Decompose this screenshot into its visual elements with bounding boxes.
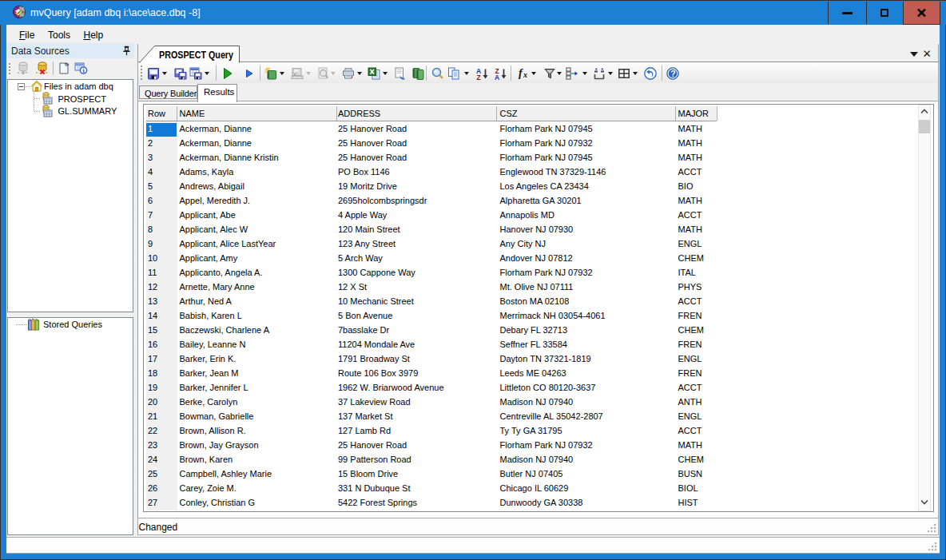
svg-text:?: ?	[670, 69, 675, 78]
svg-text:x: x	[523, 70, 527, 79]
svg-text:A: A	[495, 73, 499, 81]
svg-text:PROSPECT Query: PROSPECT Query	[159, 50, 233, 61]
svg-text:Z: Z	[477, 73, 481, 81]
